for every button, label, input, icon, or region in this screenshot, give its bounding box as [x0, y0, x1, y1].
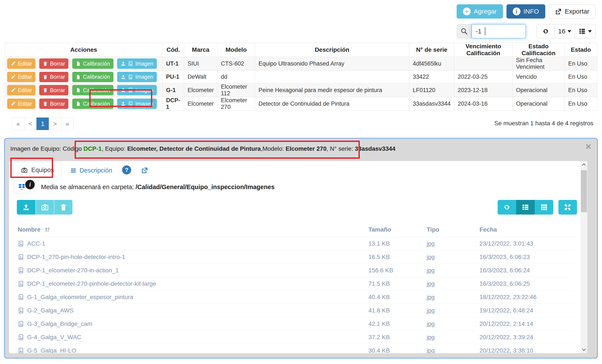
pagination-last[interactable]: »: [61, 118, 74, 130]
pagination-first[interactable]: «: [12, 118, 24, 130]
header-estado[interactable]: Estado: [565, 43, 597, 57]
file-type-link[interactable]: jpg: [427, 254, 480, 260]
file-name-link[interactable]: DCP-1_elcometer-270-pinhole-detector-kit…: [18, 280, 368, 287]
close-icon[interactable]: ×: [585, 141, 591, 152]
document-icon: [76, 101, 81, 106]
borrar-button[interactable]: Borrar: [39, 85, 68, 95]
file-size: 40.4 KB: [368, 294, 427, 300]
imagen-button[interactable]: Imagen: [117, 72, 157, 82]
calibracion-button[interactable]: Calibración: [72, 85, 113, 95]
upload-button[interactable]: [17, 200, 35, 214]
dropbox-button[interactable]: i: [14, 181, 30, 193]
fullscreen-button[interactable]: [559, 200, 577, 214]
tab-descripcion[interactable]: Descripción: [70, 167, 112, 174]
document-icon: [76, 75, 81, 80]
info-button[interactable]: i INFO: [506, 4, 545, 19]
calibracion-label: Calibración: [83, 87, 110, 93]
help-icon[interactable]: ?: [122, 165, 131, 174]
vencimiento-cell: 2022-03-25: [454, 71, 513, 84]
imagen-button-dcp1[interactable]: Imagen: [117, 98, 157, 109]
table-row: Editar Borrar Calibración Imagen G-1 Elc…: [5, 84, 597, 97]
file-name-link[interactable]: G-4_Galga_V_WAC: [18, 334, 368, 341]
pagination-page-1[interactable]: 1: [36, 118, 49, 130]
borrar-button[interactable]: Borrar: [39, 72, 68, 82]
trash-icon: [43, 87, 48, 93]
header-vencimiento[interactable]: Vencimiento Calificación: [454, 43, 513, 57]
modal-title-serie-label: , N° serie:: [327, 145, 355, 152]
file-name-link[interactable]: DCP-1_270-pin-hole-detector-intro-1: [18, 254, 368, 260]
file-date: 16/3/2023, 6:06:24: [480, 267, 574, 274]
marca-cell: SIUI: [184, 57, 217, 71]
page-size-dropdown[interactable]: 16: [555, 24, 575, 38]
file-size: 41.8 KB: [368, 307, 427, 314]
estado-calificacion-cell: Sin Fecha Vencimient: [513, 57, 565, 71]
refresh-files-button[interactable]: [498, 200, 516, 214]
list-view-button[interactable]: [516, 200, 535, 214]
table-controls: 16: [537, 24, 596, 38]
file-name-link[interactable]: G-2_Galga_AWS: [18, 307, 368, 314]
file-type-link[interactable]: jpg: [427, 321, 480, 327]
borrar-label: Borrar: [50, 74, 65, 80]
file-type-link[interactable]: jpg: [427, 294, 480, 300]
imagen-button[interactable]: Imagen: [117, 58, 157, 69]
modal-title-prefix: Imagen de Equipo: Código: [10, 145, 84, 152]
agregar-button[interactable]: + Agregar: [457, 4, 503, 19]
file-type-link[interactable]: jpg: [427, 280, 480, 287]
pagination-next[interactable]: >: [49, 118, 61, 130]
file-type-link[interactable]: jpg: [427, 267, 480, 274]
header-estado-calificacion[interactable]: Estado Calificación: [513, 43, 565, 57]
refresh-button[interactable]: [537, 24, 555, 38]
header-acciones: Acciones: [5, 43, 163, 57]
file-type-link[interactable]: jpg: [427, 347, 480, 353]
header-cod[interactable]: Cód.: [162, 43, 184, 57]
scroll-up-arrow[interactable]: [580, 161, 587, 169]
borrar-button[interactable]: Borrar: [39, 58, 68, 69]
search-input[interactable]: [472, 24, 526, 38]
camera-capture-button[interactable]: [35, 200, 54, 214]
tab-equipos[interactable]: Equipos: [13, 162, 62, 178]
file-name-link[interactable]: G-3_Galga_Bridge_cam: [18, 321, 368, 327]
pagination: « < 1 > »: [12, 118, 74, 130]
file-header-nombre[interactable]: Nombre: [18, 226, 368, 233]
calibracion-button[interactable]: Calibración: [72, 58, 113, 69]
serie-cell: 33422: [409, 71, 454, 84]
file-header-tamano[interactable]: Tamaño: [368, 226, 427, 233]
header-descripcion[interactable]: Descripción: [255, 43, 409, 57]
external-link-icon[interactable]: [141, 167, 148, 174]
file-header-fecha[interactable]: Fecha: [480, 226, 574, 233]
file-header-tipo[interactable]: Tipo: [427, 226, 480, 233]
calibracion-button[interactable]: Calibración: [72, 72, 113, 82]
vertical-scrollbar[interactable]: [580, 161, 587, 353]
grid-view-button[interactable]: [535, 200, 553, 214]
header-serie[interactable]: N° de serie: [409, 43, 454, 57]
file-name-link[interactable]: G-1_Galga_elcometer_espesor_pintura: [18, 294, 368, 300]
file-type-link[interactable]: jpg: [427, 334, 480, 341]
file-name-link[interactable]: G-5_Galga_HI-LO: [18, 347, 368, 353]
header-modelo[interactable]: Modelo: [217, 43, 255, 57]
file-type-link[interactable]: jpg: [427, 240, 480, 247]
editar-button[interactable]: Editar: [7, 85, 35, 95]
delete-files-button[interactable]: [54, 200, 73, 214]
columns-dropdown[interactable]: [575, 24, 596, 38]
agregar-label: Agregar: [474, 8, 497, 15]
file-size: 16.5 KB: [368, 254, 427, 260]
pagination-prev[interactable]: <: [24, 118, 37, 130]
file-type-link[interactable]: jpg: [427, 307, 480, 314]
editar-button[interactable]: Editar: [7, 72, 35, 82]
calibracion-button[interactable]: Calibración: [72, 98, 113, 109]
editar-button[interactable]: Editar: [7, 98, 35, 109]
file-name-link[interactable]: DCP-1_elcometer-270-in-action_1: [18, 267, 368, 274]
estado-cell: En Uso: [565, 84, 597, 97]
exportar-button[interactable]: Exportar: [549, 4, 596, 19]
imagen-button[interactable]: Imagen: [117, 85, 157, 95]
editar-button[interactable]: Editar: [7, 58, 35, 69]
borrar-button[interactable]: Borrar: [39, 98, 68, 109]
file-image-icon: [18, 334, 24, 341]
scroll-down-arrow[interactable]: [580, 345, 587, 353]
modal-title-equipo-label: , Equipo:: [102, 145, 127, 152]
header-marca[interactable]: Marca: [184, 43, 217, 57]
file-name-link[interactable]: ACC-1: [18, 240, 368, 247]
scrollbar-thumb[interactable]: [581, 170, 587, 212]
cod-cell: PU-1: [162, 71, 184, 84]
modal-title: Imagen de Equipo: Código DCP-1, Equipo: …: [10, 145, 395, 152]
